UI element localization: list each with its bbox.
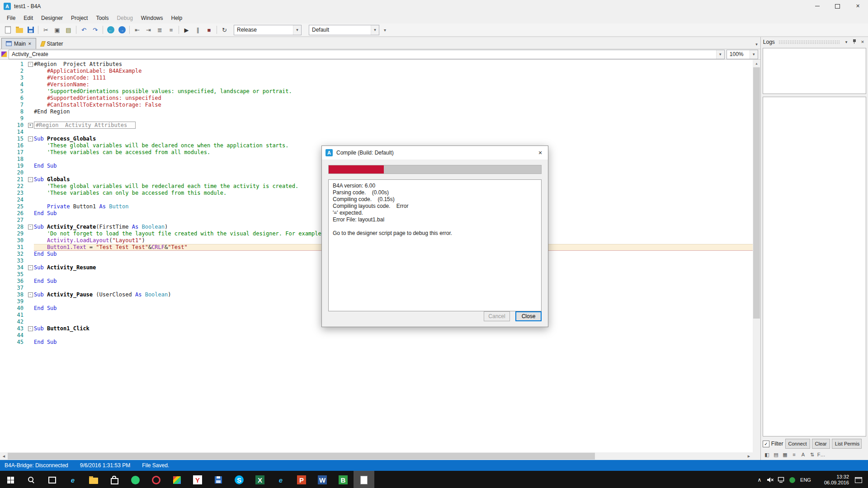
navigate-back-icon[interactable]: ←: [105, 25, 116, 35]
code-line-2[interactable]: 2 #ApplicationLabel: B4AExample: [0, 68, 753, 75]
cancel-button[interactable]: Cancel: [484, 311, 510, 321]
horizontal-scrollbar[interactable]: ◀ ▶: [0, 452, 753, 460]
refresh-icon[interactable]: ↻: [219, 25, 230, 35]
log-list-icon[interactable]: ≡: [790, 451, 798, 459]
build-configuration-select[interactable]: Release ▾: [234, 25, 302, 35]
taskbar-app-store[interactable]: [104, 471, 125, 488]
horizontal-scroll-thumb[interactable]: [8, 453, 595, 460]
tray-chevron-up-icon[interactable]: ∧: [754, 477, 765, 483]
uncomment-icon[interactable]: ≡: [166, 25, 176, 35]
fold-margin[interactable]: -: [27, 176, 34, 183]
taskbar-app-ie[interactable]: e: [270, 471, 291, 488]
tab-list-icon[interactable]: ▾: [755, 42, 758, 47]
copy-icon[interactable]: ▣: [52, 25, 62, 35]
scroll-up-icon[interactable]: ▲: [753, 60, 760, 67]
outdent-icon[interactable]: ⇤: [132, 25, 142, 35]
save-icon[interactable]: [25, 25, 36, 35]
fold-collapse-icon[interactable]: -: [28, 265, 33, 270]
build-mode-select[interactable]: Default ▾: [309, 25, 379, 35]
fold-collapse-icon[interactable]: -: [28, 177, 33, 182]
code-line-6[interactable]: 6 #SupportedOrientations: unspecified: [0, 95, 753, 102]
menu-project[interactable]: Project: [67, 13, 92, 23]
fold-collapse-icon[interactable]: -: [28, 62, 33, 67]
filter-checkbox[interactable]: ✓: [763, 441, 769, 447]
log-font-icon[interactable]: A: [799, 451, 807, 459]
fold-margin[interactable]: -: [27, 136, 34, 142]
comment-icon[interactable]: ≣: [155, 25, 165, 35]
fold-margin[interactable]: -: [27, 291, 34, 298]
fold-margin[interactable]: -: [27, 264, 34, 271]
taskbar-app-word[interactable]: W: [312, 471, 333, 488]
close-panel-icon[interactable]: ✕: [859, 40, 866, 44]
code-line-5[interactable]: 5 'SupportedOrientations possible values…: [0, 88, 753, 95]
code-line-14[interactable]: 14: [0, 129, 753, 136]
taskbar-app-green-circle[interactable]: [125, 471, 146, 488]
code-line-15[interactable]: 15-Sub Process_Globals: [0, 136, 753, 142]
sub-navigator-select[interactable]: Activity_Create ▾: [9, 50, 725, 59]
scroll-right-icon[interactable]: ▶: [745, 452, 753, 460]
fold-collapse-icon[interactable]: -: [28, 326, 33, 331]
fold-collapse-icon[interactable]: -: [28, 225, 33, 230]
navigate-forward-icon[interactable]: →: [117, 25, 127, 35]
task-view-button[interactable]: [42, 471, 62, 488]
panel-menu-icon[interactable]: ▾: [843, 40, 849, 44]
clear-button[interactable]: Clear: [812, 439, 830, 449]
editor-zoom-select[interactable]: 100% ▾: [726, 50, 758, 59]
menu-file[interactable]: File: [3, 13, 19, 23]
logs-output-list[interactable]: [763, 97, 866, 436]
code-line-44[interactable]: 44: [0, 332, 753, 339]
close-dialog-button[interactable]: ✕: [533, 146, 548, 160]
stop-icon[interactable]: ■: [204, 25, 214, 35]
close-button[interactable]: Close: [515, 311, 542, 321]
run-icon[interactable]: ▶: [181, 25, 192, 35]
code-line-3[interactable]: 3 #VersionCode: 1111: [0, 75, 753, 81]
fold-margin[interactable]: +: [27, 122, 34, 129]
taskbar-app-file-explorer[interactable]: [83, 471, 104, 488]
new-file-icon[interactable]: [3, 25, 13, 35]
compile-log-box[interactable]: B4A version: 6.00Parsing code. (0.00s)Co…: [328, 179, 542, 311]
taskbar-app-excel[interactable]: X: [250, 471, 270, 488]
menu-windows[interactable]: Windows: [137, 13, 167, 23]
language-indicator[interactable]: ENG: [797, 477, 814, 483]
close-window-button[interactable]: ✕: [848, 0, 868, 12]
menu-edit[interactable]: Edit: [19, 13, 37, 23]
toolbar-overflow-icon[interactable]: ▾: [384, 28, 386, 33]
taskbar-app-yandex[interactable]: Y: [187, 471, 208, 488]
code-line-7[interactable]: 7 #CanInstallToExternalStorage: False: [0, 102, 753, 108]
menu-help[interactable]: Help: [167, 13, 187, 23]
volume-muted-icon[interactable]: [765, 477, 776, 483]
tray-bridge-icon[interactable]: [787, 477, 797, 483]
log-panels-icon[interactable]: ◧: [763, 451, 771, 459]
list-permissions-button[interactable]: List Permis: [832, 439, 862, 449]
start-button[interactable]: [0, 471, 21, 488]
fold-collapse-icon[interactable]: -: [28, 292, 33, 297]
tab-main[interactable]: Main ✕: [1, 38, 36, 49]
fold-margin[interactable]: -: [27, 61, 34, 68]
log-grid-icon[interactable]: ▦: [781, 451, 789, 459]
taskbar-clock[interactable]: 13:32 06.09.2016: [814, 474, 852, 486]
action-center-button[interactable]: [852, 477, 865, 483]
code-line-45[interactable]: 45End Sub: [0, 339, 753, 346]
pin-icon[interactable]: [851, 39, 858, 45]
fold-margin[interactable]: -: [27, 325, 34, 332]
code-line-10[interactable]: 10+#Region Activity Attributes: [0, 122, 753, 129]
code-line-9[interactable]: 9: [0, 115, 753, 122]
cut-icon[interactable]: ✂: [41, 25, 51, 35]
fold-collapse-icon[interactable]: -: [28, 136, 33, 141]
code-line-4[interactable]: 4 #VersionName:: [0, 81, 753, 88]
taskbar-app-skype[interactable]: S: [229, 471, 250, 488]
menu-designer[interactable]: Designer: [37, 13, 67, 23]
logs-filter-list[interactable]: [763, 48, 866, 94]
taskbar-app-red-ring[interactable]: [146, 471, 166, 488]
fold-expand-icon[interactable]: +: [28, 123, 33, 128]
taskbar-app-green-tool[interactable]: B: [333, 471, 354, 488]
undo-icon[interactable]: ↶: [79, 25, 89, 35]
compile-dialog-titlebar[interactable]: A Compile (Build: Default) ✕: [322, 146, 548, 160]
pause-icon[interactable]: ∥: [193, 25, 203, 35]
menu-debug[interactable]: Debug: [113, 13, 137, 23]
close-tab-icon[interactable]: ✕: [28, 42, 32, 46]
connect-button[interactable]: Connect: [785, 439, 810, 449]
vertical-scroll-thumb[interactable]: [753, 67, 760, 319]
code-line-1[interactable]: 1-#Region Project Attributes: [0, 61, 753, 68]
code-line-8[interactable]: 8#End Region: [0, 108, 753, 115]
